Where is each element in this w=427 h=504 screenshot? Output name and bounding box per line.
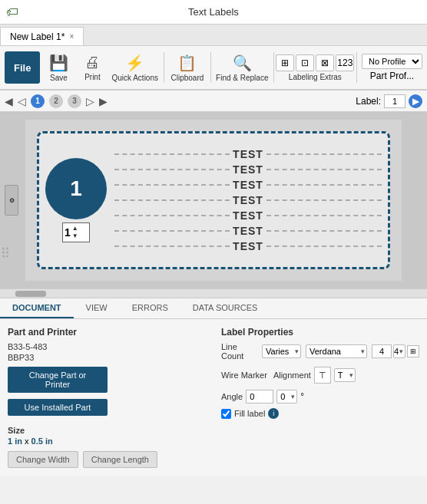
fill-label-checkbox[interactable]: [221, 409, 231, 419]
size-display: 1 in x 0.5 in: [8, 436, 53, 446]
labeling-extras-icon-3: ⊠: [316, 54, 334, 71]
change-length-btn[interactable]: Change Length: [83, 451, 157, 468]
label-input[interactable]: [384, 94, 405, 108]
dash-left-2: [114, 169, 230, 170]
change-width-btn[interactable]: Change Width: [8, 451, 78, 468]
part-number-2: BBP33: [8, 353, 206, 362]
labeling-extras-icon-2: ⊡: [296, 54, 314, 71]
dash-left-4: [114, 199, 230, 201]
size-buttons: Change Width Change Length: [8, 451, 206, 468]
nav-next-btn[interactable]: ▶: [99, 95, 108, 107]
dash-left-1: [114, 153, 230, 155]
profile-select[interactable]: No Profile: [362, 54, 422, 69]
props-row-2: Wire Marker Alignment ⊤ T C B Angle: [221, 367, 419, 404]
font-size-input[interactable]: [372, 344, 392, 358]
expand-btn[interactable]: ⊞: [407, 345, 419, 357]
file-button[interactable]: File: [5, 51, 40, 84]
align-top-btn[interactable]: ⊤: [314, 367, 331, 384]
size-val-2: 0.5: [31, 436, 43, 446]
scroll-thumb[interactable]: [15, 291, 46, 297]
tab-view[interactable]: VIEW: [74, 298, 120, 318]
fill-label-row: Fill label i: [221, 408, 419, 419]
tab-close-btn[interactable]: ×: [69, 32, 74, 41]
page-2-btn[interactable]: 2: [49, 94, 63, 108]
labeling-extras-label: Labeling Extras: [289, 73, 342, 81]
test-row-7: TEST: [114, 240, 382, 252]
change-part-btn[interactable]: Change Part or Printer: [8, 367, 108, 393]
tab-document[interactable]: DOCUMENT: [0, 298, 74, 318]
toolbar-separator-2: [210, 52, 211, 83]
find-replace-button[interactable]: 🔍 Find & Replace: [216, 50, 269, 86]
profile-group: No Profile Part Prof...: [362, 54, 422, 81]
font-select-wrap: Verdana: [306, 344, 367, 358]
print-button[interactable]: 🖨 Print: [77, 50, 108, 85]
document-tab-content: Part and Printer B33-5-483 BBP33 Change …: [0, 319, 427, 476]
tab-data-sources[interactable]: DATA SOURCES: [180, 298, 270, 318]
labeling-extras-button[interactable]: ⊞ ⊡ ⊠ 123 Labeling Extras: [278, 51, 352, 85]
angle-group: Angle 0 °: [221, 390, 304, 404]
label-canvas[interactable]: 1 1 ▲ ▼ TEST TES: [37, 131, 390, 269]
nav-prev2-btn[interactable]: ◁: [18, 95, 26, 107]
number-value: 1: [65, 226, 71, 239]
varies-select[interactable]: Varies: [262, 344, 301, 358]
test-row-3: TEST: [114, 179, 382, 191]
dash-left-7: [114, 245, 230, 247]
test-text-4: TEST: [233, 194, 263, 206]
toolbar-separator-1: [164, 52, 164, 83]
align-select[interactable]: T C B: [334, 368, 356, 382]
align-select-wrap: T C B: [334, 368, 356, 382]
print-label: Print: [84, 73, 101, 81]
quick-actions-label: Quick Actions: [111, 74, 158, 82]
label-left-panel: 1 1 ▲ ▼: [45, 158, 107, 242]
part-printer-title: Part and Printer: [8, 327, 206, 338]
size-label: Size: [8, 426, 25, 435]
quick-actions-button[interactable]: ⚡ Quick Actions: [111, 50, 159, 86]
page-3-btn[interactable]: 3: [68, 94, 81, 108]
test-text-2: TEST: [233, 163, 263, 176]
nav-next2-btn[interactable]: ▷: [86, 95, 94, 107]
number-down-btn[interactable]: ▼: [72, 232, 78, 240]
font-select[interactable]: Verdana: [306, 344, 367, 358]
dash-right-3: [266, 184, 382, 186]
font-size-select[interactable]: 4: [393, 344, 405, 358]
save-button[interactable]: 💾 Save: [43, 50, 74, 86]
dash-right-4: [266, 199, 382, 201]
test-row-1: TEST: [114, 148, 382, 160]
varies-select-wrap: Varies: [262, 344, 301, 358]
angle-label: Angle: [221, 392, 243, 401]
nav-prev-btn[interactable]: ◀: [5, 95, 13, 107]
angle-input[interactable]: [246, 390, 273, 404]
size-unit-2: in: [45, 436, 53, 446]
bottom-panel: DOCUMENT VIEW ERRORS DATA SOURCES Part a…: [0, 298, 427, 476]
tab-label: New Label 1*: [10, 31, 65, 42]
h-scrollbar[interactable]: [0, 288, 427, 298]
part-number-1: B33-5-483: [8, 342, 206, 351]
test-text-1: TEST: [233, 148, 263, 160]
font-size-select-wrap: 4: [393, 344, 405, 358]
drag-handle[interactable]: [0, 244, 11, 260]
angle-select[interactable]: 0: [276, 390, 297, 404]
tab-new-label[interactable]: New Label 1* ×: [0, 27, 84, 45]
quick-actions-icon: ⚡: [125, 54, 144, 72]
app-title: Text Labels: [188, 6, 239, 18]
label-nav-btn[interactable]: ▶: [409, 94, 422, 108]
dash-right-6: [266, 230, 382, 232]
number-up-btn[interactable]: ▲: [72, 225, 78, 232]
use-installed-part-btn[interactable]: Use Installed Part: [8, 399, 108, 416]
size-val-1: 1: [8, 436, 12, 446]
test-text-3: TEST: [233, 179, 263, 191]
left-column: Part and Printer B33-5-483 BBP33 Change …: [8, 327, 206, 468]
info-icon[interactable]: i: [268, 408, 279, 419]
wire-marker-label: Wire Marker: [221, 371, 267, 380]
bottom-tabs: DOCUMENT VIEW ERRORS DATA SOURCES: [0, 298, 427, 319]
fill-label-text: Fill label: [234, 409, 265, 418]
tab-errors[interactable]: ERRORS: [120, 298, 180, 318]
clipboard-button[interactable]: 📋 Clipboard: [169, 50, 206, 86]
side-tool-btn[interactable]: ⚙: [5, 185, 18, 216]
clipboard-label: Clipboard: [171, 74, 204, 82]
size-section: Size 1 in x 0.5 in Change Width Change L…: [8, 425, 206, 468]
page-1-btn[interactable]: 1: [31, 94, 45, 108]
test-row-6: TEST: [114, 225, 382, 237]
dash-right-5: [266, 215, 382, 216]
test-text-6: TEST: [233, 225, 263, 237]
